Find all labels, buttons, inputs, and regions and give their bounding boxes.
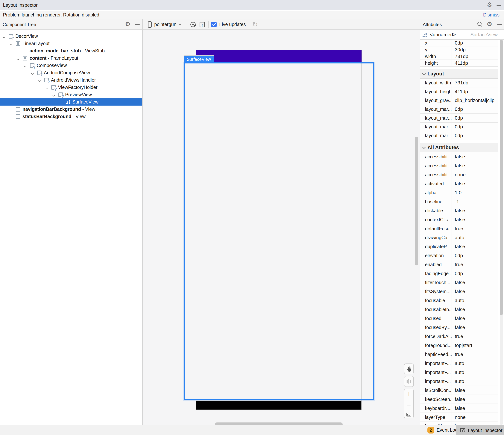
event-log-tab[interactable]: Event Log [437,427,458,433]
attribute-value[interactable]: auto [451,377,498,386]
tree-minimize-icon[interactable] [135,24,140,25]
attribute-value[interactable]: 0dp [451,131,498,140]
attribute-value[interactable]: false [451,386,498,395]
dismiss-link[interactable]: Dismiss [483,12,500,18]
tree-expand-slot[interactable] [52,92,58,97]
attribute-value[interactable]: false [451,305,498,314]
attribute-value[interactable]: none [451,413,498,422]
chevron-down-icon[interactable] [24,65,27,67]
canvas-vertical-scrollbar[interactable] [415,137,418,266]
layer-mode-button[interactable] [404,376,414,387]
canvas-horizontal-scrollbar[interactable] [215,422,343,425]
section-header-all-attributes[interactable]: All Attributes [420,143,498,152]
attribute-value[interactable]: false [451,179,498,188]
section-header-layout[interactable]: Layout [420,69,498,79]
zoom-to-fit-button[interactable] [406,413,411,417]
attribute-value[interactable]: 0dp [451,269,498,278]
view-options-button[interactable] [190,19,196,30]
attribute-value[interactable]: 411dp [451,87,498,96]
attribute-value[interactable]: auto [451,296,498,305]
snapshot-button[interactable] [199,19,205,30]
attribute-value[interactable]: 0dp [451,251,498,260]
attribute-value[interactable]: 0dp [451,105,498,113]
attribute-value[interactable]: 0dp [451,114,498,122]
attribute-value[interactable]: -1 [451,197,498,206]
attribute-value[interactable]: true [451,332,498,341]
app-status-bar-render[interactable] [196,50,361,62]
tree-expand-slot[interactable] [38,77,44,83]
attribute-value[interactable]: auto [451,359,498,368]
search-icon[interactable] [477,22,482,27]
tree-node[interactable]: AndroidComposeView [0,69,142,76]
tree-settings-gear-icon[interactable]: ⚙ [125,21,130,27]
live-updates-checkbox[interactable] [211,22,217,27]
tree-node[interactable]: PreviewView [0,91,142,98]
chevron-down-icon[interactable] [53,94,55,97]
attribute-value[interactable]: false [451,242,498,251]
settings-gear-icon[interactable]: ⚙ [487,2,492,8]
attribute-value[interactable]: ltr [451,422,498,425]
tree-expand-slot[interactable] [17,55,23,61]
minimize-icon[interactable] [496,5,501,6]
attribute-value[interactable]: false [451,314,498,323]
chevron-down-icon[interactable] [31,72,34,75]
tree-node[interactable]: LinearLayout [0,40,142,47]
chevron-down-icon[interactable] [3,36,5,38]
attribute-value[interactable]: clip_horizontal|clip [451,96,498,105]
tree-expand-slot[interactable] [2,34,9,39]
tree-node[interactable]: AndroidViewsHandler [0,76,142,84]
attribute-value[interactable]: 731dp [451,53,498,60]
chevron-down-icon[interactable] [10,43,12,45]
attribute-value[interactable]: false [451,323,498,332]
attribute-value[interactable]: 0dp [451,123,498,131]
zoom-in-button[interactable]: + [407,391,411,397]
navigation-bar-render[interactable] [196,400,361,410]
layout-inspector-tab[interactable]: Layout Inspector [456,425,504,435]
attribute-value[interactable]: false [451,152,498,161]
attribute-value[interactable]: false [451,395,498,404]
device-selector[interactable]: pointergun [148,19,181,30]
attribute-value[interactable]: false [451,161,498,170]
attribute-value[interactable]: 411dp [451,60,498,66]
attribute-value[interactable]: auto [451,368,498,377]
device-canvas[interactable]: SurfaceView + − [143,30,420,425]
attribute-value[interactable]: false [451,287,498,296]
chevron-down-icon[interactable] [38,79,41,82]
attribute-value[interactable]: true [451,224,498,233]
chevron-down-icon[interactable] [45,87,48,89]
tree-node[interactable]: content - FrameLayout [0,54,142,62]
tree-node[interactable]: ComposeView [0,62,142,69]
tree-expand-slot[interactable] [45,85,51,90]
tree-expand-slot[interactable] [31,70,37,75]
attribute-value[interactable]: false [451,404,498,413]
attribute-value[interactable]: 30dp [451,46,498,53]
attribute-value[interactable]: 1.0 [451,188,498,197]
attribute-value[interactable]: false [451,206,498,215]
attribute-value[interactable]: false [451,278,498,287]
tree-expand-slot[interactable] [24,63,30,68]
tree-node[interactable]: ViewFactoryHolder [0,84,142,91]
selection-bounds[interactable] [184,62,374,400]
tree-node[interactable]: statusBarBackground - View [0,113,142,120]
attribute-value[interactable]: true [451,260,498,269]
attribute-value[interactable]: 731dp [451,79,498,87]
attribute-value[interactable]: none [451,170,498,179]
pan-mode-button[interactable] [404,364,414,374]
tree-node[interactable]: navigationBarBackground - View [0,106,142,113]
tree-node-label: ComposeView [37,63,67,68]
zoom-out-button[interactable]: − [407,402,411,408]
attribute-value[interactable]: top|start [451,341,498,350]
refresh-button[interactable]: ↻ [252,19,258,30]
attribute-value[interactable]: auto [451,233,498,242]
tree-expand-slot[interactable] [9,41,16,46]
attribute-value[interactable]: true [451,350,498,359]
tree-node[interactable]: action_mode_bar_stub - ViewStub [0,47,142,54]
attribute-value[interactable]: false [451,215,498,224]
tree-node[interactable]: SurfaceView [0,98,142,106]
tree-node[interactable]: DecorView [0,33,142,40]
attribute-value[interactable]: 0dp [451,40,498,46]
live-updates-toggle[interactable]: Live updates [211,19,246,30]
attributes-minimize-icon[interactable] [497,24,502,25]
chevron-down-icon[interactable] [17,57,19,60]
attributes-gear-icon[interactable]: ⚙ [487,21,492,27]
